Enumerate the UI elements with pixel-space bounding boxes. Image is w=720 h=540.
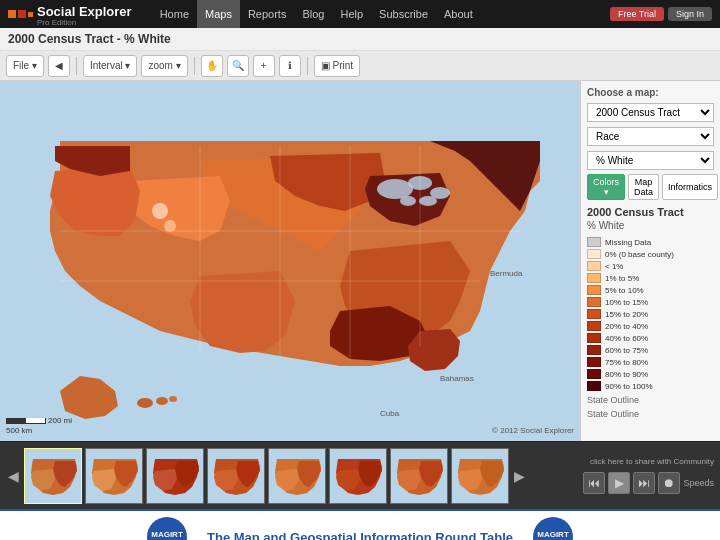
legend-item: 1% to 5% (587, 273, 714, 283)
legend-color-swatch (587, 345, 601, 355)
logo-area: Social Explorer Pro Edition (8, 2, 132, 27)
interval-button[interactable]: Interval ▾ (83, 55, 138, 77)
play-button[interactable]: ▶ (608, 472, 630, 494)
thumb-map-svg (25, 449, 82, 504)
svg-point-4 (400, 196, 416, 206)
legend-item-label: 40% to 60% (605, 334, 648, 343)
usa-map-svg: Bermuda Bahamas Cuba (0, 81, 580, 441)
film-thumbnail[interactable] (24, 448, 82, 504)
toolbar: File ▾ ◀ Interval ▾ zoom ▾ ✋ 🔍 + ℹ ▣ Pri… (0, 51, 720, 81)
film-thumbnail[interactable] (207, 448, 265, 504)
svg-point-7 (164, 220, 176, 232)
scale-label-mi: 200 mi (48, 416, 72, 425)
thumb-map-svg (86, 449, 143, 504)
nav-maps[interactable]: Maps (197, 0, 240, 28)
legend-subtitle: % White (587, 220, 714, 231)
legend-color-swatch (587, 357, 601, 367)
file-button[interactable]: File ▾ (6, 55, 44, 77)
film-thumbnail[interactable] (390, 448, 448, 504)
share-label: click here to share with Community (590, 457, 714, 466)
thumb-map-svg (208, 449, 265, 504)
logo-sq-3 (28, 12, 33, 17)
search-tool-button[interactable]: 🔍 (227, 55, 249, 77)
film-thumbnail[interactable] (329, 448, 387, 504)
state-outline-sub: State Outline (587, 409, 714, 419)
legend-color-swatch (587, 369, 601, 379)
logo-sq-2 (18, 10, 26, 18)
map-title: 2000 Census Tract - % White (8, 32, 171, 46)
legend-title: 2000 Census Tract (587, 206, 714, 218)
svg-text:Bahamas: Bahamas (440, 374, 474, 383)
magirt-circle-left: MAGIRT map (147, 517, 187, 540)
scale-label-km: 500 km (6, 426, 72, 435)
nav-about[interactable]: About (436, 0, 481, 28)
nav-home[interactable]: Home (152, 0, 197, 28)
map-copyright: © 2012 Social Explorer (492, 426, 574, 435)
footer-logo-left: MAGIRT map (147, 517, 187, 540)
filmstrip-right-arrow[interactable]: ▶ (512, 468, 527, 484)
legend-item: 0% (0 base county) (587, 249, 714, 259)
svg-point-5 (419, 196, 437, 206)
speed-label: Speeds (683, 478, 714, 488)
legend-item-label: 20% to 40% (605, 322, 648, 331)
film-thumbnail[interactable] (146, 448, 204, 504)
legend-item-label: 0% (0 base county) (605, 250, 674, 259)
logo-text-area: Social Explorer Pro Edition (37, 2, 132, 27)
toolbar-separator-2 (194, 57, 195, 75)
zoom-button[interactable]: zoom ▾ (141, 55, 187, 77)
film-thumbs (24, 448, 509, 504)
nav-help[interactable]: Help (332, 0, 371, 28)
info-button[interactable]: Informatics (662, 174, 718, 200)
toolbar-separator-1 (76, 57, 77, 75)
free-trial-button[interactable]: Free Trial (610, 7, 664, 21)
film-thumbnail[interactable] (85, 448, 143, 504)
legend-item: 75% to 80% (587, 357, 714, 367)
prev-button[interactable]: ⏮ (583, 472, 605, 494)
nav-subscribe[interactable]: Subscribe (371, 0, 436, 28)
right-panel: Choose a map: 2000 Census Tract Race % W… (580, 81, 720, 441)
info-tool-button[interactable]: ℹ (279, 55, 301, 77)
print-button[interactable]: ▣ Print (314, 55, 360, 77)
legend-color-swatch (587, 297, 601, 307)
legend-item: 15% to 20% (587, 309, 714, 319)
svg-point-1 (377, 179, 413, 199)
map-area[interactable]: Bermuda Bahamas Cuba 200 mi 500 km (0, 81, 580, 441)
thumb-map-svg (391, 449, 448, 504)
legend-item-label: 15% to 20% (605, 310, 648, 319)
map-data-button[interactable]: Map Data (628, 174, 659, 200)
thumb-map-svg (147, 449, 204, 504)
logo-sq-1 (8, 10, 16, 18)
svg-text:Cuba: Cuba (380, 409, 400, 418)
legend-item-label: 75% to 80% (605, 358, 648, 367)
measure-dropdown[interactable]: % White (587, 151, 714, 170)
back-button[interactable]: ◀ (48, 55, 70, 77)
move-tool-button[interactable]: ✋ (201, 55, 223, 77)
colors-button[interactable]: Colors ▾ (587, 174, 625, 200)
choose-map-label: Choose a map: (587, 87, 714, 98)
film-thumbnail[interactable] (451, 448, 509, 504)
footer: MAGIRT map The Map and Geospatial Inform… (0, 509, 720, 540)
svg-point-11 (156, 397, 168, 405)
magirt-circle-right: MAGIRT map (533, 517, 573, 540)
nav-blog[interactable]: Blog (294, 0, 332, 28)
nav-reports[interactable]: Reports (240, 0, 295, 28)
app-name: Social Explorer (37, 4, 132, 19)
player-controls: ⏮ ▶ ⏭ ⏺ Speeds (583, 472, 714, 494)
variable-dropdown[interactable]: Race (587, 127, 714, 146)
thumb-map-svg (269, 449, 326, 504)
plus-tool-button[interactable]: + (253, 55, 275, 77)
next-button[interactable]: ⏭ (633, 472, 655, 494)
map-title-bar: 2000 Census Tract - % White (0, 28, 720, 51)
filmstrip-left-arrow[interactable]: ◀ (6, 468, 21, 484)
legend-item-label: 90% to 100% (605, 382, 653, 391)
sign-in-button[interactable]: Sign In (668, 7, 712, 21)
legend-item-label: < 1% (605, 262, 623, 271)
nav-links: Home Maps Reports Blog Help Subscribe Ab… (152, 0, 481, 28)
map-type-dropdown[interactable]: 2000 Census Tract (587, 103, 714, 122)
legend-item-label: Missing Data (605, 238, 651, 247)
film-thumbnail[interactable] (268, 448, 326, 504)
record-button[interactable]: ⏺ (658, 472, 680, 494)
toolbar-separator-3 (307, 57, 308, 75)
legend-item: 80% to 90% (587, 369, 714, 379)
legend-color-swatch (587, 309, 601, 319)
